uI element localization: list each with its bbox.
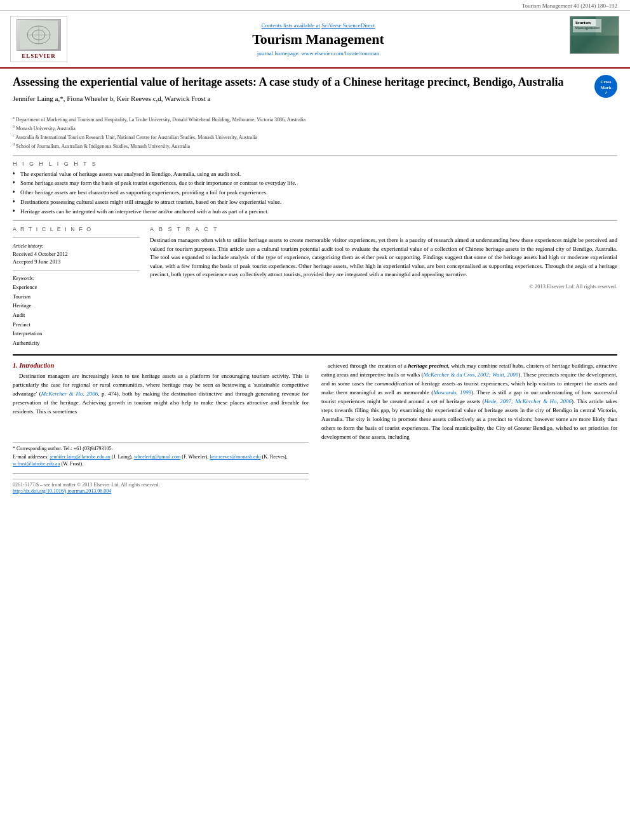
article-history-label: Article history: [13, 243, 140, 249]
footer-divider [13, 473, 309, 474]
citation-2: McKercher & du Cros, 2002; [423, 371, 490, 378]
main-content: Assessing the experiential value of heri… [0, 69, 630, 502]
highlight-item-5: Heritage assets can be integrated with a… [13, 208, 617, 216]
affiliation-b: b Monash University, Australia [13, 124, 617, 132]
highlights-header: H I G H L I G H T S [13, 161, 617, 167]
divider-info-1 [13, 237, 140, 238]
divider-2 [13, 220, 617, 221]
highlights-section: H I G H L I G H T S The experiential val… [13, 161, 617, 215]
email-frost[interactable]: w.frost@latrobe.edu.au [13, 461, 60, 467]
footnote-corresponding: * Corresponding author. Tel.: +61 (03)94… [13, 445, 309, 452]
keyword-2: Tourism [13, 293, 140, 302]
info-abstract-section: A R T I C L E I N F O Article history: R… [13, 226, 617, 348]
keyword-7: Authenticity [13, 339, 140, 348]
email-reeves[interactable]: keir.reeves@monash.edu [210, 454, 260, 460]
journal-thumbnail: TourismManagement [569, 16, 620, 62]
abstract-header: A B S T R A C T [150, 226, 617, 232]
citation-6: McKercher & Ho, 2006 [515, 398, 572, 404]
divider-info-2 [13, 270, 140, 270]
journal-reference: Tourism Management 40 (2014) 180–192 [522, 3, 617, 9]
journal-cover-image: TourismManagement [570, 16, 619, 54]
body-right-text: achieved through the creation of a herit… [321, 362, 617, 441]
email-wheeler[interactable]: wheelerfg@gmail.com [134, 454, 180, 460]
svg-text:Cross: Cross [601, 79, 612, 84]
body-para-2: achieved through the creation of a herit… [321, 362, 617, 441]
publisher-logo: ELSEVIER [10, 16, 67, 62]
authors: Jennifer Laing a,*, Fiona Wheeler b, Kei… [13, 95, 588, 102]
footnote-emails: E-mail addresses: jennifer.laing@latrobe… [13, 453, 309, 467]
accepted-date: Accepted 9 June 2013 [13, 258, 140, 265]
article-title-section: Assessing the experiential value of heri… [13, 75, 617, 110]
keywords-label: Keywords: [13, 276, 140, 281]
article-title: Assessing the experiential value of heri… [13, 75, 588, 90]
crossmark-badge[interactable]: Cross Mark ✓ [594, 75, 617, 98]
abstract-section: A B S T R A C T Destination managers oft… [150, 226, 617, 290]
svg-text:✓: ✓ [605, 91, 608, 95]
keyword-5: Precinct [13, 321, 140, 330]
footer-doi[interactable]: http://dx.doi.org/10.1016/j.tourman.2013… [13, 488, 309, 495]
affiliations: a Department of Marketing and Tourism an… [13, 115, 617, 149]
footnotes: * Corresponding author. Tel.: +61 (03)94… [13, 442, 309, 495]
article-title-text: Assessing the experiential value of heri… [13, 75, 588, 105]
svg-rect-5 [570, 36, 619, 54]
citation-4: Moscardo, 1999 [433, 389, 471, 396]
journal-title: Tourism Management [252, 31, 384, 48]
citation-3: Waitt, 2000 [492, 371, 518, 378]
copyright: © 2013 Elsevier Ltd. All rights reserved… [150, 283, 617, 290]
footer-issn: 0261-5177/$ – see front matter © 2013 El… [13, 482, 160, 488]
article-info-col: A R T I C L E I N F O Article history: R… [13, 226, 140, 348]
highlight-item-4: Destinations possessing cultural assets … [13, 199, 617, 206]
keyword-6: Interpretation [13, 330, 140, 338]
divider-body [13, 354, 617, 356]
citation-1: McKercher & Ho, 2006 [41, 390, 98, 397]
body-col-right: achieved through the creation of a herit… [321, 362, 617, 495]
term-heritage-precinct: heritage precinct [408, 363, 448, 369]
keyword-4: Audit [13, 311, 140, 320]
received-date: Received 4 October 2012 [13, 251, 140, 257]
body-col-left: 1. Introduction Destination managers are… [13, 362, 309, 495]
journal-homepage[interactable]: journal homepage: www.elsevier.com/locat… [257, 50, 379, 57]
crossmark-icon: Cross Mark ✓ [594, 75, 617, 98]
sciverse-link[interactable]: SciVerse ScienceDirect [321, 22, 375, 29]
keyword-3: Heritage [13, 302, 140, 310]
sciverse-text: Contents lists available at SciVerse Sci… [262, 22, 375, 29]
keyword-1: Experience [13, 283, 140, 292]
section1-title: 1. Introduction [13, 362, 309, 369]
term-commodification: commodification [375, 380, 413, 387]
citation-5: Hede, 2007; [485, 398, 514, 404]
affiliation-d: d School of Journalism, Australian & Ind… [13, 142, 617, 150]
affiliation-a: a Department of Marketing and Tourism an… [13, 115, 617, 123]
highlight-item-1: The experiential value of heritage asset… [13, 171, 617, 178]
svg-text:Mark: Mark [600, 85, 611, 90]
journal-header-center: Contents lists available at SciVerse Sci… [74, 16, 563, 62]
abstract-col: A B S T R A C T Destination managers oft… [150, 226, 617, 348]
svg-rect-7 [596, 17, 619, 36]
journal-header: ELSEVIER Contents lists available at Sci… [0, 11, 630, 69]
highlight-item-2: Some heritage assets may form the basis … [13, 180, 617, 187]
affiliation-c: c Australia & International Tourism Rese… [13, 133, 617, 141]
keywords-list: Experience Tourism Heritage Audit Precin… [13, 283, 140, 347]
journal-reference-bar: Tourism Management 40 (2014) 180–192 [0, 0, 630, 11]
elsevier-label: ELSEVIER [22, 53, 56, 59]
article-info: A R T I C L E I N F O Article history: R… [13, 226, 140, 347]
body-left-text: Destination managers are increasingly ke… [13, 372, 309, 417]
footer-bar: 0261-5177/$ – see front matter © 2013 El… [13, 479, 309, 488]
body-content: 1. Introduction Destination managers are… [13, 362, 617, 495]
article-info-header: A R T I C L E I N F O [13, 226, 140, 232]
body-para-1: Destination managers are increasingly ke… [13, 372, 309, 417]
elsevier-graphic [17, 19, 61, 51]
highlight-item-3: Other heritage assets are best character… [13, 189, 617, 197]
email-laing[interactable]: jennifer.laing@latrobe.edu.au [50, 454, 111, 460]
abstract-text: Destination managers often wish to utili… [150, 236, 617, 279]
divider-1 [13, 155, 617, 156]
